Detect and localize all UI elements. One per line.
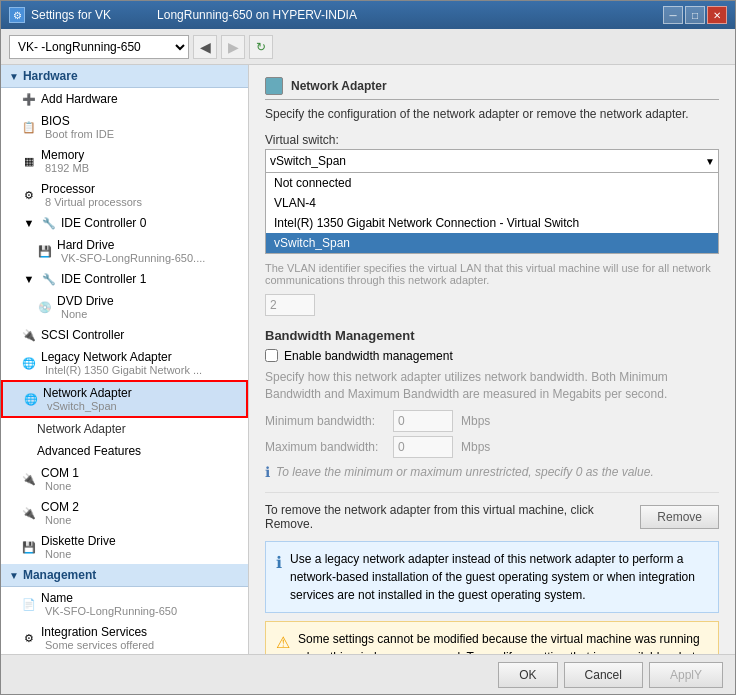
processor-label: Processor [41,182,142,196]
bottom-bar: OK Cancel ApplY [1,654,735,694]
nic-icon: 🌐 [23,392,39,406]
right-panel: Network Adapter Specify the configuratio… [249,65,735,654]
ok-button[interactable]: OK [498,662,557,688]
max-bw-label: Maximum bandwidth: [265,440,385,454]
tree-item-ide1[interactable]: ▼ 🔧 IDE Controller 1 [1,268,248,290]
dropdown-option-intel[interactable]: Intel(R) 1350 Gigabit Network Connection… [266,213,718,233]
virtual-switch-row: Virtual switch: vSwitch_Span ▼ Not conne… [265,133,719,254]
bios-icon: 📋 [21,120,37,134]
bandwidth-title: Bandwidth Management [265,328,719,343]
info-icon: ℹ [276,551,282,575]
hardware-expand-icon: ▼ [9,71,19,82]
tree-item-name[interactable]: 📄 Name VK-SFO-LongRunning-650 [1,587,248,621]
max-bw-field: Maximum bandwidth: Mbps [265,436,719,458]
scsi-icon: 🔌 [21,328,37,342]
ide0-expand-icon: ▼ [21,216,37,230]
cancel-button[interactable]: Cancel [564,662,643,688]
max-bw-unit: Mbps [461,440,490,454]
tree-item-memory[interactable]: ▦ Memory 8192 MB [1,144,248,178]
com1-icon: 🔌 [21,472,37,486]
com1-sub: None [41,480,79,492]
title-bar: ⚙ Settings for VK LongRunning-650 on HYP… [1,1,735,29]
legacy-nic-label: Legacy Network Adapter [41,350,202,364]
integration-sub: Some services offered [41,639,154,651]
tree-item-ide0[interactable]: ▼ 🔧 IDE Controller 0 [1,212,248,234]
remove-section: To remove the network adapter from this … [265,492,719,531]
enable-bandwidth-row: Enable bandwidth management [265,349,719,363]
processor-icon: ⚙ [21,188,37,202]
virtual-switch-dropdown[interactable]: vSwitch_Span [265,149,719,173]
bandwidth-section: Bandwidth Management Enable bandwidth ma… [265,328,719,481]
min-bw-field: Minimum bandwidth: Mbps [265,410,719,432]
maximize-button[interactable]: □ [685,6,705,24]
back-button[interactable]: ◀ [193,35,217,59]
main-content: ▼ Hardware ➕ Add Hardware 📋 BIOS Boot fr… [1,65,735,654]
integration-label: Integration Services [41,625,154,639]
name-label: Name [41,591,177,605]
settings-window: ⚙ Settings for VK LongRunning-650 on HYP… [0,0,736,695]
diskette-icon: 💾 [21,540,37,554]
nic-label: Network Adapter [43,386,132,400]
min-bw-input[interactable] [393,410,453,432]
remove-button[interactable]: Remove [640,505,719,529]
tree-item-legacy-nic[interactable]: 🌐 Legacy Network Adapter Intel(R) 1350 G… [1,346,248,380]
vlan-input[interactable] [265,294,315,316]
tree-item-dvd[interactable]: 💿 DVD Drive None [1,290,248,324]
enable-bandwidth-checkbox[interactable] [265,349,278,362]
dvd-label: DVD Drive [57,294,114,308]
tree-item-hdd[interactable]: 💾 Hard Drive VK-SFO-LongRunning-650.... [1,234,248,268]
dropdown-option-vswitch-span[interactable]: vSwitch_Span [266,233,718,253]
tree-item-com1[interactable]: 🔌 COM 1 None [1,462,248,496]
hardware-section-header: ▼ Hardware [1,65,248,88]
section-title: Network Adapter [265,77,719,100]
min-bw-unit: Mbps [461,414,490,428]
max-bw-input[interactable] [393,436,453,458]
dropdown-option-not-connected[interactable]: Not connected [266,173,718,193]
legacy-nic-icon: 🌐 [21,356,37,370]
dropdown-option-vlan4[interactable]: VLAN-4 [266,193,718,213]
tree-item-processor[interactable]: ⚙ Processor 8 Virtual processors [1,178,248,212]
com2-label: COM 2 [41,500,79,514]
tree-item-advanced[interactable]: Advanced Features [1,440,248,462]
forward-button[interactable]: ▶ [221,35,245,59]
window-icon: ⚙ [9,7,25,23]
diskette-label: Diskette Drive [41,534,116,548]
refresh-button[interactable]: ↻ [249,35,273,59]
apply-button[interactable]: ApplY [649,662,723,688]
ide0-icon: 🔧 [41,216,57,230]
ide1-expand-icon: ▼ [21,272,37,286]
bios-sub: Boot from IDE [41,128,114,140]
vlan-desc: The VLAN identifier specifies the virtua… [265,262,719,286]
tree-item-diskette[interactable]: 💾 Diskette Drive None [1,530,248,564]
note-row: ℹ To leave the minimum or maximum unrest… [265,464,719,480]
tree-item-com2[interactable]: 🔌 COM 2 None [1,496,248,530]
minimize-button[interactable]: ─ [663,6,683,24]
dvd-icon: 💿 [37,300,53,314]
bios-label: BIOS [41,114,114,128]
vm-selector[interactable]: VK- -LongRunning-650 [9,35,189,59]
tree-item-bios[interactable]: 📋 BIOS Boot from IDE [1,110,248,144]
hw-accel-label: Network Adapter [37,422,126,436]
hardware-header-label: Hardware [23,69,78,83]
tree-item-scsi[interactable]: 🔌 SCSI Controller [1,324,248,346]
title-bar-buttons: ─ □ ✕ [663,6,727,24]
tree-item-hw-accel[interactable]: Network Adapter [1,418,248,440]
nic-sub: vSwitch_Span [43,400,132,412]
ide1-icon: 🔧 [41,272,57,286]
close-button[interactable]: ✕ [707,6,727,24]
add-hardware-icon: ➕ [21,92,37,106]
hdd-icon: 💾 [37,244,53,258]
name-sub: VK-SFO-LongRunning-650 [41,605,177,617]
ide1-label: IDE Controller 1 [61,272,146,286]
warning-box: ⚠ Some settings cannot be modified becau… [265,621,719,654]
left-panel: ▼ Hardware ➕ Add Hardware 📋 BIOS Boot fr… [1,65,249,654]
virtual-switch-dropdown-list: Not connected VLAN-4 Intel(R) 1350 Gigab… [265,172,719,254]
ide0-label: IDE Controller 0 [61,216,146,230]
title-text-right: LongRunning-650 on HYPERV-INDIA [157,8,357,22]
virtual-switch-dropdown-container: vSwitch_Span ▼ [265,149,719,173]
management-header-label: Management [23,568,96,582]
tree-item-integration[interactable]: ⚙ Integration Services Some services off… [1,621,248,654]
memory-label: Memory [41,148,89,162]
tree-item-network-adapter[interactable]: 🌐 Network Adapter vSwitch_Span [1,380,248,418]
tree-item-add-hardware[interactable]: ➕ Add Hardware [1,88,248,110]
